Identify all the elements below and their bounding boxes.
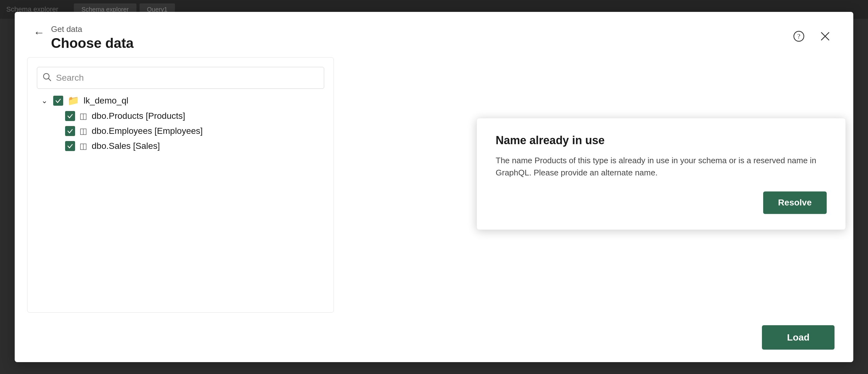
tree-child-row: ◫ dbo.Employees [Employees]	[65, 126, 324, 136]
help-button[interactable]: ?	[789, 27, 808, 46]
close-icon	[820, 31, 830, 41]
tree-root-row: ⌄ 📁 lk_demo_ql	[40, 95, 324, 106]
choose-data-title: Choose data	[51, 35, 134, 51]
search-input[interactable]	[37, 67, 324, 89]
table-icon-0: ◫	[80, 111, 87, 121]
close-button[interactable]	[816, 27, 835, 46]
modal-overlay: ← Get data Choose data ?	[0, 0, 868, 374]
back-button[interactable]: ←	[33, 27, 45, 38]
root-checkbox[interactable]	[53, 96, 63, 106]
table-icon-2: ◫	[80, 141, 87, 151]
search-icon	[42, 73, 51, 83]
warning-dialog: Name already in use The name Products of…	[476, 118, 846, 230]
table-icon-1: ◫	[80, 126, 87, 136]
svg-line-5	[49, 78, 51, 81]
child1-checkbox[interactable]	[65, 126, 75, 136]
child1-label[interactable]: dbo.Employees [Employees]	[92, 126, 203, 136]
resolve-button[interactable]: Resolve	[763, 192, 827, 214]
help-icon: ?	[793, 31, 804, 42]
tree-children: ◫ dbo.Products [Products] ◫ dbo.Employee…	[40, 111, 324, 151]
child0-checkbox[interactable]	[65, 111, 75, 121]
modal-body: ⌄ 📁 lk_demo_ql	[15, 57, 853, 319]
left-panel: ⌄ 📁 lk_demo_ql	[27, 57, 334, 313]
tree-child-row: ◫ dbo.Sales [Sales]	[65, 141, 324, 151]
data-tree: ⌄ 📁 lk_demo_ql	[37, 95, 324, 151]
child0-label[interactable]: dbo.Products [Products]	[92, 111, 185, 121]
warning-title: Name already in use	[496, 134, 827, 147]
get-data-label: Get data	[51, 24, 134, 34]
root-label: lk_demo_ql	[84, 96, 128, 106]
search-container	[37, 67, 324, 89]
load-button[interactable]: Load	[762, 325, 835, 350]
modal-footer: Load	[15, 319, 853, 362]
warning-actions: Resolve	[496, 192, 827, 214]
right-panel: Select a table to preview Name already i…	[334, 57, 841, 313]
modal-header: ← Get data Choose data ?	[15, 12, 853, 57]
folder-icon: 📁	[68, 95, 79, 106]
child2-label[interactable]: dbo.Sales [Sales]	[92, 141, 160, 151]
tree-child-row: ◫ dbo.Products [Products]	[65, 111, 324, 121]
child2-checkbox[interactable]	[65, 141, 75, 151]
choose-data-modal: ← Get data Choose data ?	[15, 12, 853, 362]
svg-text:?: ?	[797, 32, 800, 40]
warning-body: The name Products of this type is alread…	[496, 155, 827, 179]
tree-collapse-button[interactable]: ⌄	[40, 96, 49, 105]
